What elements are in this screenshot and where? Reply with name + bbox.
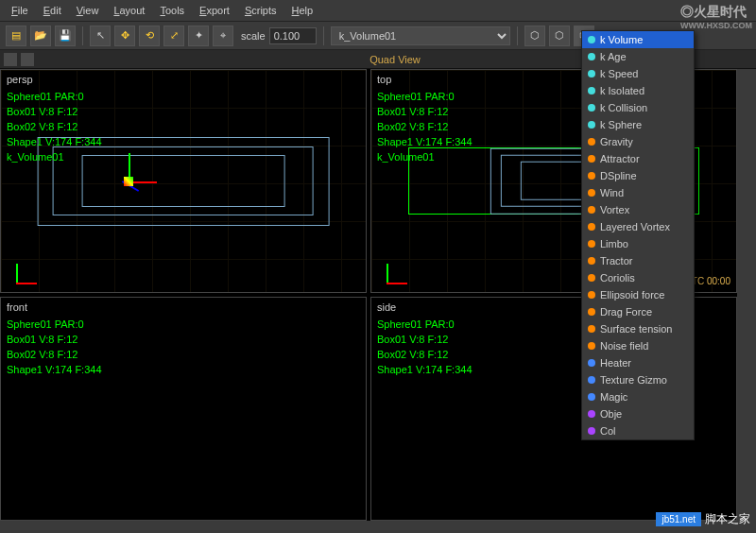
select-tool-button[interactable]: ↖	[90, 26, 111, 46]
scale-tool-button[interactable]: ⤢	[163, 26, 184, 46]
dropdown-item-k-volume[interactable]: k Volume	[582, 31, 694, 48]
viewport-persp[interactable]: persp Sphere01 PAR:0Box01 V:8 F:12Box02 …	[0, 69, 367, 293]
color-dot-icon	[588, 274, 595, 282]
dropdown-item-label: Surface tension	[600, 323, 672, 335]
dropdown-item-label: Wind	[600, 187, 624, 198]
viewport-object-list: Sphere01 PAR:0Box01 V:8 F:12Box02 V:8 F:…	[7, 89, 102, 164]
scene-object-label: k_Volume01	[377, 149, 472, 164]
scale-input[interactable]	[269, 27, 317, 44]
save-file-button[interactable]: 💾	[55, 26, 76, 46]
dropdown-item-k-sphere[interactable]: k Sphere	[582, 116, 694, 133]
dropdown-item-label: Ellipsoid force	[600, 289, 664, 301]
dropdown-item-label: Drag Force	[600, 306, 652, 318]
scale-label: scale	[241, 30, 266, 42]
menu-scripts[interactable]: Scripts	[237, 2, 284, 19]
node-button-2[interactable]: ⬡	[549, 26, 570, 46]
move-tool-button[interactable]: ✥	[114, 26, 135, 46]
menubar: FileEditViewLayoutToolsExportScriptsHelp	[0, 0, 756, 22]
transform-gizmo[interactable]	[110, 163, 147, 200]
dropdown-item-obje[interactable]: Obje	[582, 405, 694, 422]
dropdown-item-k-collision[interactable]: k Collision	[582, 99, 694, 116]
menu-export[interactable]: Export	[192, 2, 237, 19]
dropdown-item-magic[interactable]: Magic	[582, 388, 694, 405]
axis-indicator	[9, 256, 37, 284]
viewport-label: top	[377, 74, 391, 85]
menu-file[interactable]: File	[4, 2, 36, 19]
dropdown-item-coriolis[interactable]: Coriolis	[582, 269, 694, 286]
dropdown-item-texture-gizmo[interactable]: Texture Gizmo	[582, 371, 694, 388]
dropdown-item-label: Tractor	[600, 255, 632, 266]
color-dot-icon	[588, 342, 595, 350]
dropdown-item-gravity[interactable]: Gravity	[582, 133, 694, 150]
dropdown-item-label: Vortex	[600, 204, 629, 215]
dropdown-item-ellipsoid-force[interactable]: Ellipsoid force	[582, 286, 694, 303]
scene-object-label: Shape1 V:174 F:344	[7, 362, 102, 377]
dropdown-item-label: Coriolis	[600, 272, 635, 284]
viewport-label: persp	[7, 74, 33, 85]
dropdown-item-layered-vortex[interactable]: Layered Vortex	[582, 218, 694, 235]
dropdown-item-label: DSpline	[600, 170, 637, 181]
dropdown-item-limbo[interactable]: Limbo	[582, 235, 694, 252]
scene-object-label: Sphere01 PAR:0	[7, 317, 102, 332]
dropdown-item-col[interactable]: Col	[582, 422, 694, 439]
dropdown-item-k-isolated[interactable]: k Isolated	[582, 82, 694, 99]
menu-view[interactable]: View	[69, 2, 107, 19]
separator	[82, 26, 83, 45]
dropdown-item-label: Layered Vortex	[600, 221, 670, 232]
rotate-tool-button[interactable]: ⟲	[139, 26, 160, 46]
scene-object-label: Sphere01 PAR:0	[7, 89, 102, 104]
dropdown-item-label: Col	[600, 425, 616, 437]
open-file-button[interactable]: 📂	[30, 26, 51, 46]
dropdown-item-tractor[interactable]: Tractor	[582, 252, 694, 269]
dropdown-item-label: Heater	[600, 357, 631, 369]
node-button-1[interactable]: ⬡	[524, 26, 545, 46]
dropdown-item-attractor[interactable]: Attractor	[582, 150, 694, 167]
dropdown-item-k-age[interactable]: k Age	[582, 48, 694, 65]
dropdown-item-label: k Isolated	[600, 85, 644, 96]
menu-edit[interactable]: Edit	[36, 2, 69, 19]
object-select[interactable]: k_Volume01	[331, 26, 510, 45]
scene-object-label: Box02 V:8 F:12	[377, 347, 472, 362]
dropdown-item-label: k Speed	[600, 68, 638, 79]
dropdown-item-k-speed[interactable]: k Speed	[582, 65, 694, 82]
layout-icon-1[interactable]	[4, 53, 17, 66]
dropdown-item-drag-force[interactable]: Drag Force	[582, 303, 694, 320]
menu-layout[interactable]: Layout	[106, 2, 152, 19]
dropdown-item-vortex[interactable]: Vortex	[582, 201, 694, 218]
scene-object-label: Sphere01 PAR:0	[377, 317, 472, 332]
dropdown-item-label: k Age	[600, 51, 627, 62]
viewport-front[interactable]: front Sphere01 PAR:0Box01 V:8 F:12Box02 …	[0, 297, 367, 521]
dropdown-item-label: Limbo	[600, 238, 628, 249]
scene-object-label: Shape1 V:174 F:344	[7, 134, 102, 149]
color-dot-icon	[588, 138, 595, 146]
scene-object-label: Shape1 V:174 F:344	[377, 134, 472, 149]
color-dot-icon	[588, 359, 595, 367]
dropdown-item-surface-tension[interactable]: Surface tension	[582, 320, 694, 337]
dropdown-item-label: Texture Gizmo	[600, 374, 667, 386]
color-dot-icon	[588, 206, 595, 214]
new-file-button[interactable]: ▤	[6, 26, 26, 46]
force-type-dropdown: k Volumek Agek Speedk Isolatedk Collisio…	[581, 30, 695, 440]
color-dot-icon	[588, 189, 595, 197]
dropdown-item-heater[interactable]: Heater	[582, 354, 694, 371]
dropdown-item-dspline[interactable]: DSpline	[582, 167, 694, 184]
scene-object-label: Box01 V:8 F:12	[377, 332, 472, 347]
viewport-label: front	[7, 301, 27, 313]
scene-object-label: Sphere01 PAR:0	[377, 89, 472, 104]
scene-object-label: Box02 V:8 F:12	[377, 119, 472, 134]
menu-tools[interactable]: Tools	[152, 2, 192, 19]
color-dot-icon	[588, 257, 595, 265]
layout-icon-2[interactable]	[21, 53, 34, 66]
tool-button-6[interactable]: ⌖	[213, 26, 233, 46]
dropdown-item-label: Obje	[600, 408, 622, 420]
dropdown-item-noise-field[interactable]: Noise field	[582, 337, 694, 354]
dropdown-item-wind[interactable]: Wind	[582, 184, 694, 201]
viewport-label: side	[377, 301, 396, 313]
tool-button-5[interactable]: ✦	[188, 26, 209, 46]
menu-help[interactable]: Help	[284, 2, 321, 19]
color-dot-icon	[588, 308, 595, 316]
dropdown-item-label: Magic	[600, 391, 627, 403]
dropdown-item-label: Gravity	[600, 136, 633, 147]
color-dot-icon	[588, 291, 595, 299]
watermark-jb51: jb51.net 脚本之家	[656, 511, 750, 527]
